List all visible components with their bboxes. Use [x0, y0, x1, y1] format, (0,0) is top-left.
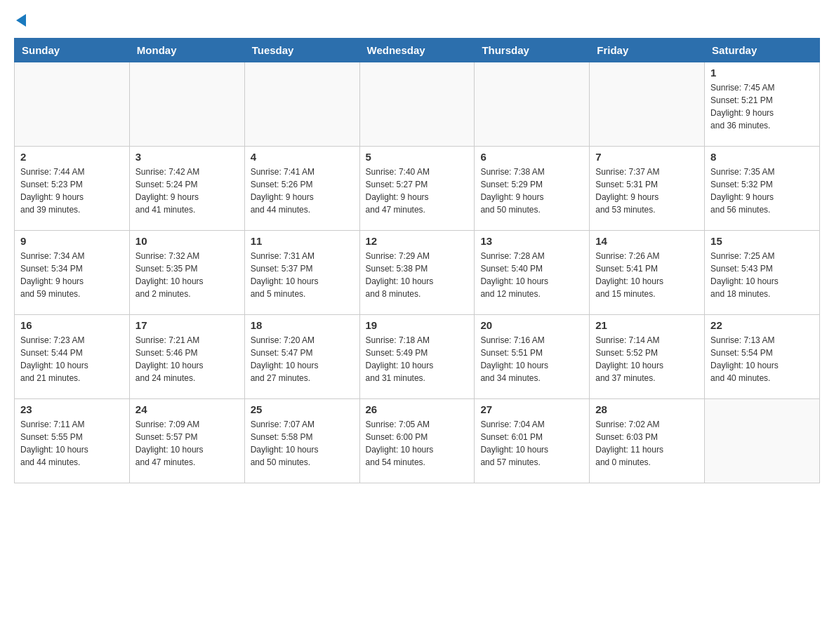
calendar-cell: 4Sunrise: 7:41 AM Sunset: 5:26 PM Daylig… — [244, 147, 359, 231]
calendar-cell: 9Sunrise: 7:34 AM Sunset: 5:34 PM Daylig… — [15, 231, 130, 315]
weekday-header-friday: Friday — [590, 39, 705, 62]
day-number: 21 — [595, 319, 699, 331]
calendar-cell: 17Sunrise: 7:21 AM Sunset: 5:46 PM Dayli… — [129, 315, 244, 399]
day-info: Sunrise: 7:37 AM Sunset: 5:31 PM Dayligh… — [595, 166, 699, 216]
calendar-cell: 19Sunrise: 7:18 AM Sunset: 5:49 PM Dayli… — [359, 315, 475, 399]
calendar-cell: 15Sunrise: 7:25 AM Sunset: 5:43 PM Dayli… — [705, 231, 820, 315]
day-number: 23 — [20, 403, 124, 415]
calendar-cell: 23Sunrise: 7:11 AM Sunset: 5:55 PM Dayli… — [15, 399, 130, 483]
weekday-header-thursday: Thursday — [475, 39, 590, 62]
day-number: 26 — [366, 403, 469, 415]
day-number: 10 — [135, 235, 239, 247]
day-number: 17 — [135, 319, 239, 331]
day-info: Sunrise: 7:23 AM Sunset: 5:44 PM Dayligh… — [20, 334, 124, 384]
day-number: 27 — [480, 403, 583, 415]
day-info: Sunrise: 7:34 AM Sunset: 5:34 PM Dayligh… — [20, 250, 124, 300]
day-info: Sunrise: 7:04 AM Sunset: 6:01 PM Dayligh… — [480, 418, 583, 469]
logo — [14, 14, 26, 27]
calendar-cell: 21Sunrise: 7:14 AM Sunset: 5:52 PM Dayli… — [590, 315, 705, 399]
calendar-cell: 6Sunrise: 7:38 AM Sunset: 5:29 PM Daylig… — [475, 147, 590, 231]
calendar-cell: 20Sunrise: 7:16 AM Sunset: 5:51 PM Dayli… — [475, 315, 590, 399]
day-info: Sunrise: 7:28 AM Sunset: 5:40 PM Dayligh… — [480, 250, 583, 300]
calendar-cell — [359, 62, 475, 147]
day-info: Sunrise: 7:16 AM Sunset: 5:51 PM Dayligh… — [480, 334, 583, 384]
day-number: 16 — [20, 319, 124, 331]
day-number: 4 — [251, 151, 354, 163]
calendar-cell — [705, 399, 820, 483]
day-info: Sunrise: 7:41 AM Sunset: 5:26 PM Dayligh… — [251, 166, 354, 216]
day-info: Sunrise: 7:14 AM Sunset: 5:52 PM Dayligh… — [595, 334, 699, 384]
day-info: Sunrise: 7:25 AM Sunset: 5:43 PM Dayligh… — [710, 250, 814, 300]
weekday-header-row: SundayMondayTuesdayWednesdayThursdayFrid… — [15, 39, 820, 62]
calendar-cell: 10Sunrise: 7:32 AM Sunset: 5:35 PM Dayli… — [129, 231, 244, 315]
calendar-table: SundayMondayTuesdayWednesdayThursdayFrid… — [14, 38, 820, 483]
day-number: 25 — [251, 403, 354, 415]
weekday-header-sunday: Sunday — [15, 39, 130, 62]
page-header — [14, 14, 820, 27]
calendar-cell: 11Sunrise: 7:31 AM Sunset: 5:37 PM Dayli… — [244, 231, 359, 315]
day-info: Sunrise: 7:07 AM Sunset: 5:58 PM Dayligh… — [251, 418, 354, 469]
calendar-cell: 24Sunrise: 7:09 AM Sunset: 5:57 PM Dayli… — [129, 399, 244, 483]
day-number: 1 — [710, 67, 814, 79]
calendar-cell: 25Sunrise: 7:07 AM Sunset: 5:58 PM Dayli… — [244, 399, 359, 483]
day-number: 5 — [366, 151, 469, 163]
calendar-cell: 13Sunrise: 7:28 AM Sunset: 5:40 PM Dayli… — [475, 231, 590, 315]
calendar-cell: 22Sunrise: 7:13 AM Sunset: 5:54 PM Dayli… — [705, 315, 820, 399]
calendar-cell: 1Sunrise: 7:45 AM Sunset: 5:21 PM Daylig… — [705, 62, 820, 147]
day-number: 11 — [251, 235, 354, 247]
calendar-cell: 8Sunrise: 7:35 AM Sunset: 5:32 PM Daylig… — [705, 147, 820, 231]
day-info: Sunrise: 7:02 AM Sunset: 6:03 PM Dayligh… — [595, 418, 699, 469]
calendar-week-1: 1Sunrise: 7:45 AM Sunset: 5:21 PM Daylig… — [15, 62, 820, 147]
calendar-cell: 5Sunrise: 7:40 AM Sunset: 5:27 PM Daylig… — [359, 147, 475, 231]
calendar-cell: 26Sunrise: 7:05 AM Sunset: 6:00 PM Dayli… — [359, 399, 475, 483]
day-info: Sunrise: 7:44 AM Sunset: 5:23 PM Dayligh… — [20, 166, 124, 216]
day-info: Sunrise: 7:21 AM Sunset: 5:46 PM Dayligh… — [135, 334, 239, 384]
day-info: Sunrise: 7:09 AM Sunset: 5:57 PM Dayligh… — [135, 418, 239, 469]
day-number: 18 — [251, 319, 354, 331]
day-number: 7 — [595, 151, 699, 163]
day-info: Sunrise: 7:26 AM Sunset: 5:41 PM Dayligh… — [595, 250, 699, 300]
day-number: 6 — [480, 151, 583, 163]
day-info: Sunrise: 7:20 AM Sunset: 5:47 PM Dayligh… — [251, 334, 354, 384]
calendar-cell: 2Sunrise: 7:44 AM Sunset: 5:23 PM Daylig… — [15, 147, 130, 231]
calendar-cell — [15, 62, 130, 147]
calendar-week-2: 2Sunrise: 7:44 AM Sunset: 5:23 PM Daylig… — [15, 147, 820, 231]
calendar-cell: 16Sunrise: 7:23 AM Sunset: 5:44 PM Dayli… — [15, 315, 130, 399]
day-number: 22 — [710, 319, 814, 331]
day-number: 3 — [135, 151, 239, 163]
calendar-cell: 7Sunrise: 7:37 AM Sunset: 5:31 PM Daylig… — [590, 147, 705, 231]
weekday-header-monday: Monday — [129, 39, 244, 62]
weekday-header-tuesday: Tuesday — [244, 39, 359, 62]
day-info: Sunrise: 7:05 AM Sunset: 6:00 PM Dayligh… — [366, 418, 469, 469]
day-number: 20 — [480, 319, 583, 331]
calendar-cell — [129, 62, 244, 147]
day-number: 24 — [135, 403, 239, 415]
day-info: Sunrise: 7:31 AM Sunset: 5:37 PM Dayligh… — [251, 250, 354, 300]
calendar-cell: 18Sunrise: 7:20 AM Sunset: 5:47 PM Dayli… — [244, 315, 359, 399]
calendar-cell: 27Sunrise: 7:04 AM Sunset: 6:01 PM Dayli… — [475, 399, 590, 483]
day-number: 14 — [595, 235, 699, 247]
calendar-week-3: 9Sunrise: 7:34 AM Sunset: 5:34 PM Daylig… — [15, 231, 820, 315]
calendar-cell: 12Sunrise: 7:29 AM Sunset: 5:38 PM Dayli… — [359, 231, 475, 315]
day-info: Sunrise: 7:18 AM Sunset: 5:49 PM Dayligh… — [366, 334, 469, 384]
calendar-week-4: 16Sunrise: 7:23 AM Sunset: 5:44 PM Dayli… — [15, 315, 820, 399]
day-number: 9 — [20, 235, 124, 247]
day-info: Sunrise: 7:35 AM Sunset: 5:32 PM Dayligh… — [710, 166, 814, 216]
day-info: Sunrise: 7:38 AM Sunset: 5:29 PM Dayligh… — [480, 166, 583, 216]
calendar-cell: 3Sunrise: 7:42 AM Sunset: 5:24 PM Daylig… — [129, 147, 244, 231]
calendar-cell: 28Sunrise: 7:02 AM Sunset: 6:03 PM Dayli… — [590, 399, 705, 483]
weekday-header-wednesday: Wednesday — [359, 39, 475, 62]
day-info: Sunrise: 7:42 AM Sunset: 5:24 PM Dayligh… — [135, 166, 239, 216]
calendar-cell: 14Sunrise: 7:26 AM Sunset: 5:41 PM Dayli… — [590, 231, 705, 315]
day-info: Sunrise: 7:11 AM Sunset: 5:55 PM Dayligh… — [20, 418, 124, 469]
day-info: Sunrise: 7:45 AM Sunset: 5:21 PM Dayligh… — [710, 81, 814, 132]
calendar-cell — [244, 62, 359, 147]
day-number: 15 — [710, 235, 814, 247]
day-info: Sunrise: 7:40 AM Sunset: 5:27 PM Dayligh… — [366, 166, 469, 216]
weekday-header-saturday: Saturday — [705, 39, 820, 62]
day-number: 8 — [710, 151, 814, 163]
day-number: 28 — [595, 403, 699, 415]
calendar-cell — [475, 62, 590, 147]
day-number: 19 — [366, 319, 469, 331]
day-number: 12 — [366, 235, 469, 247]
